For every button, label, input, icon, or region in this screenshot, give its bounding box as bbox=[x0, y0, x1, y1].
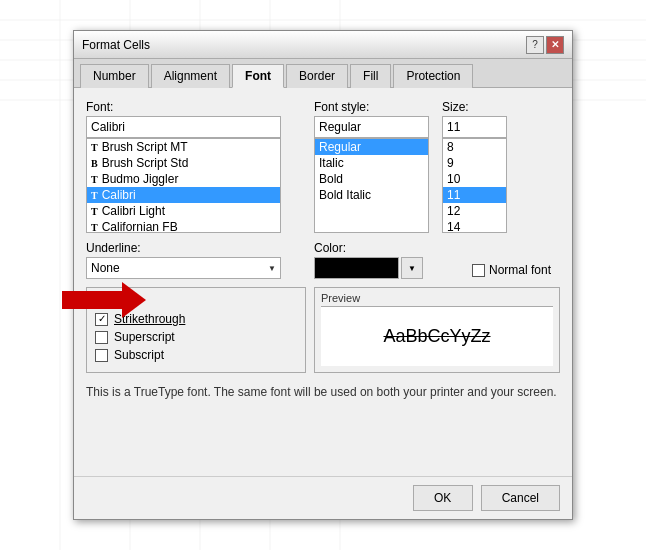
underline-select[interactable]: None ▼ bbox=[86, 257, 281, 279]
style-label: Font style: bbox=[314, 100, 434, 114]
tab-fill[interactable]: Fill bbox=[350, 64, 391, 88]
size-item-9[interactable]: 9 bbox=[443, 155, 506, 171]
red-arrow-indicator bbox=[62, 282, 146, 318]
font-type-icon: T bbox=[91, 190, 98, 201]
preview-text: AaBbCcYyZz bbox=[383, 326, 490, 347]
superscript-checkbox[interactable] bbox=[95, 331, 108, 344]
style-item-regular[interactable]: Regular bbox=[315, 139, 428, 155]
format-cells-dialog: Format Cells ? ✕ Number Alignment Font B… bbox=[73, 30, 573, 520]
style-listbox[interactable]: Regular Italic Bold Bold Italic bbox=[314, 138, 429, 233]
help-button[interactable]: ? bbox=[526, 36, 544, 54]
tab-font[interactable]: Font bbox=[232, 64, 284, 88]
font-listbox[interactable]: T Brush Script MT B Brush Script Std T B… bbox=[86, 138, 281, 233]
size-listbox[interactable]: 8 9 10 11 12 14 bbox=[442, 138, 507, 233]
preview-content: AaBbCcYyZz bbox=[321, 306, 553, 366]
size-item-14[interactable]: 14 bbox=[443, 219, 506, 233]
color-swatch[interactable] bbox=[314, 257, 399, 279]
tab-number[interactable]: Number bbox=[80, 64, 149, 88]
font-type-icon: T bbox=[91, 142, 98, 153]
underline-row: Underline: None ▼ Color: ▼ bbox=[86, 241, 560, 279]
color-picker: ▼ bbox=[314, 257, 464, 279]
size-item-11[interactable]: 11 bbox=[443, 187, 506, 203]
font-item-brush-script-mt[interactable]: T Brush Script MT bbox=[87, 139, 280, 155]
superscript-label: Superscript bbox=[114, 330, 175, 344]
tab-alignment[interactable]: Alignment bbox=[151, 64, 230, 88]
font-type-icon: T bbox=[91, 174, 98, 185]
underline-label: Underline: bbox=[86, 241, 306, 255]
size-item-12[interactable]: 12 bbox=[443, 203, 506, 219]
dialog-footer: OK Cancel bbox=[74, 476, 572, 519]
close-button[interactable]: ✕ bbox=[546, 36, 564, 54]
normal-font-container: Normal font bbox=[472, 261, 551, 279]
style-input[interactable] bbox=[314, 116, 429, 138]
titlebar-buttons: ? ✕ bbox=[526, 36, 564, 54]
dialog-title: Format Cells bbox=[82, 38, 150, 52]
preview-box: Preview AaBbCcYyZz bbox=[314, 287, 560, 373]
normal-font-checkbox[interactable] bbox=[472, 264, 485, 277]
style-item-bold[interactable]: Bold bbox=[315, 171, 428, 187]
color-dropdown-button[interactable]: ▼ bbox=[401, 257, 423, 279]
subscript-checkbox[interactable] bbox=[95, 349, 108, 362]
font-name-col: Font: T Brush Script MT B Brush Script S… bbox=[86, 100, 306, 233]
color-label: Color: bbox=[314, 241, 464, 255]
font-item-calibri-light[interactable]: T Calibri Light bbox=[87, 203, 280, 219]
style-item-italic[interactable]: Italic bbox=[315, 155, 428, 171]
tab-protection[interactable]: Protection bbox=[393, 64, 473, 88]
normal-font-label: Normal font bbox=[489, 263, 551, 277]
tab-border[interactable]: Border bbox=[286, 64, 348, 88]
tab-bar: Number Alignment Font Border Fill Protec… bbox=[74, 59, 572, 88]
size-item-8[interactable]: 8 bbox=[443, 139, 506, 155]
font-label: Font: bbox=[86, 100, 306, 114]
effects-preview-row: Effects ✓ Strikethrough Superscript bbox=[86, 287, 560, 373]
font-type-icon: T bbox=[91, 206, 98, 217]
font-type-icon: B bbox=[91, 158, 98, 169]
size-input[interactable] bbox=[442, 116, 507, 138]
font-style-col: Font style: Regular Italic Bold bbox=[314, 100, 434, 233]
font-row: Font: T Brush Script MT B Brush Script S… bbox=[86, 100, 560, 233]
normal-font-checkbox-row[interactable]: Normal font bbox=[472, 261, 551, 277]
font-size-col: Size: 8 9 10 11 12 14 bbox=[442, 100, 512, 233]
font-item-brush-script-std[interactable]: B Brush Script Std bbox=[87, 155, 280, 171]
info-text: This is a TrueType font. The same font w… bbox=[86, 381, 560, 403]
preview-title: Preview bbox=[315, 288, 559, 306]
font-item-californian-fb[interactable]: T Californian FB bbox=[87, 219, 280, 233]
font-item-budmo-jiggler[interactable]: T Budmo Jiggler bbox=[87, 171, 280, 187]
dialog-titlebar: Format Cells ? ✕ bbox=[74, 31, 572, 59]
font-input[interactable] bbox=[86, 116, 281, 138]
font-item-calibri[interactable]: T Calibri bbox=[87, 187, 280, 203]
color-col: Color: ▼ bbox=[314, 241, 464, 279]
dialog-body: Font: T Brush Script MT B Brush Script S… bbox=[74, 88, 572, 476]
size-label: Size: bbox=[442, 100, 512, 114]
subscript-row[interactable]: Subscript bbox=[95, 348, 297, 362]
style-item-bold-italic[interactable]: Bold Italic bbox=[315, 187, 428, 203]
ok-button[interactable]: OK bbox=[413, 485, 473, 511]
size-item-10[interactable]: 10 bbox=[443, 171, 506, 187]
subscript-label: Subscript bbox=[114, 348, 164, 362]
superscript-row[interactable]: Superscript bbox=[95, 330, 297, 344]
underline-dropdown-arrow: ▼ bbox=[268, 264, 276, 273]
font-type-icon: T bbox=[91, 222, 98, 233]
underline-col: Underline: None ▼ bbox=[86, 241, 306, 279]
cancel-button[interactable]: Cancel bbox=[481, 485, 560, 511]
